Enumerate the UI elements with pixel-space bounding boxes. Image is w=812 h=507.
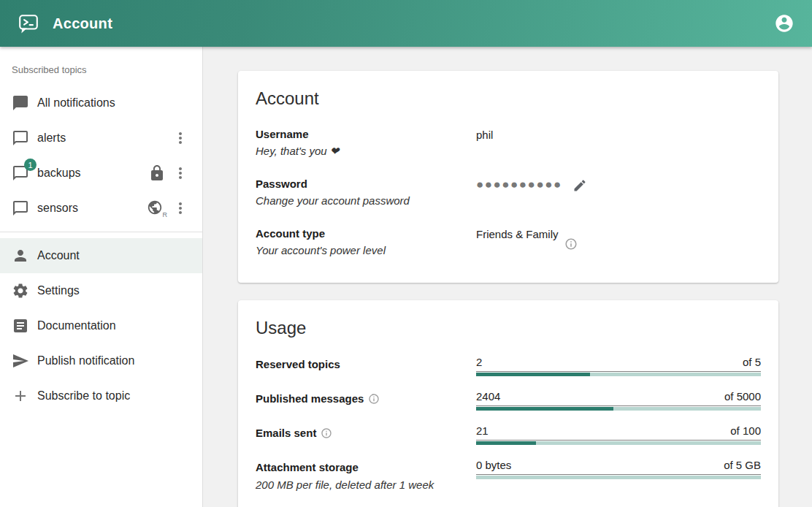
info-icon[interactable]	[321, 427, 332, 439]
more-vert-icon[interactable]	[172, 164, 189, 182]
nav-label: Settings	[37, 284, 80, 297]
reserved-marker: R	[163, 211, 168, 218]
sidebar: Subscribed topics All notifications aler…	[0, 47, 203, 507]
account-type-sublabel: Your account's power level	[256, 242, 476, 259]
plus-icon	[12, 387, 29, 405]
usage-limit: of 100	[730, 424, 761, 438]
subscribed-topics-label: Subscribed topics	[0, 64, 202, 85]
account-type-label: Account type	[256, 226, 476, 242]
published-messages-row: Published messages 2404 of 5000	[256, 390, 761, 411]
chat-bubble-outline-icon: 1	[12, 164, 29, 182]
person-icon	[12, 247, 29, 264]
topic-label: backups	[37, 167, 81, 180]
progress-bar	[476, 476, 761, 479]
usage-current: 21	[476, 424, 489, 438]
attachment-storage-sublabel: 200 MB per file, deleted after 1 week	[256, 476, 476, 494]
attachment-storage-label: Attachment storage	[256, 460, 476, 475]
sidebar-item-topic-backups[interactable]: 1 backups	[0, 156, 202, 191]
username-value: phil	[476, 126, 761, 160]
topic-label: alerts	[37, 131, 66, 145]
usage-limit: of 5	[743, 356, 761, 369]
chat-bubble-outline-icon	[12, 199, 29, 217]
article-icon	[12, 317, 29, 335]
usage-card: Usage Reserved topics 2 of 5	[238, 300, 778, 507]
sidebar-item-documentation[interactable]: Documentation	[0, 308, 202, 343]
progress-bar	[476, 441, 761, 445]
sidebar-item-settings[interactable]: Settings	[0, 273, 202, 308]
progress-bar	[476, 373, 761, 376]
topic-label: All notifications	[37, 96, 115, 110]
lock-icon	[148, 164, 166, 182]
published-messages-label: Published messages	[256, 392, 364, 406]
sidebar-item-publish-notification[interactable]: Publish notification	[0, 343, 202, 378]
reserved-topics-row: Reserved topics 2 of 5	[256, 356, 761, 376]
send-icon	[12, 352, 29, 370]
usage-limit: of 5000	[724, 390, 761, 403]
sidebar-item-topic-alerts[interactable]: alerts	[0, 121, 202, 156]
unread-count-badge: 1	[24, 159, 37, 171]
app-bar: Account	[0, 0, 812, 47]
password-label: Password	[256, 176, 476, 192]
sidebar-item-account[interactable]: Account	[0, 238, 202, 273]
chat-bubble-filled-icon	[12, 94, 29, 112]
password-row: Password Change your account password ●●…	[256, 176, 761, 210]
more-vert-icon[interactable]	[172, 199, 189, 217]
more-vert-icon[interactable]	[172, 129, 189, 147]
usage-current: 0 bytes	[476, 459, 511, 472]
gear-icon	[12, 282, 29, 300]
account-card-title: Account	[256, 88, 761, 109]
account-circle-icon[interactable]	[774, 13, 794, 34]
emails-sent-label: Emails sent	[256, 426, 316, 441]
sidebar-item-subscribe-to-topic[interactable]: Subscribe to topic	[0, 378, 202, 413]
nav-label: Documentation	[37, 319, 116, 332]
nav-label: Subscribe to topic	[37, 389, 130, 403]
edit-pencil-icon[interactable]	[572, 178, 587, 193]
ntfy-logo-icon	[18, 12, 39, 34]
account-type-row: Account type Your account's power level …	[256, 226, 761, 259]
progress-bar	[476, 407, 761, 411]
usage-limit: of 5 GB	[724, 459, 761, 472]
main-content: Account Username Hey, that's you ❤ phil …	[203, 47, 812, 507]
emails-sent-row: Emails sent 21 of 100	[256, 424, 761, 445]
nav-label: Publish notification	[37, 354, 134, 367]
reserved-topics-label: Reserved topics	[256, 357, 476, 372]
sidebar-divider	[0, 232, 202, 232]
usage-current: 2404	[476, 390, 500, 403]
username-row: Username Hey, that's you ❤ phil	[256, 126, 761, 160]
account-card: Account Username Hey, that's you ❤ phil …	[238, 71, 778, 283]
username-sublabel: Hey, that's you ❤	[256, 142, 476, 160]
info-icon[interactable]	[368, 393, 380, 405]
topic-label: sensors	[37, 202, 78, 215]
info-icon[interactable]	[564, 237, 578, 251]
username-label: Username	[256, 126, 476, 142]
account-type-value: Friends & Family	[476, 228, 559, 240]
nav-label: Account	[37, 249, 80, 262]
globe-reserved-icon: R	[147, 199, 166, 217]
password-masked-value: ●●●●●●●●●●	[476, 178, 562, 191]
attachment-storage-row: Attachment storage 200 MB per file, dele…	[256, 459, 761, 494]
page-title: Account	[53, 15, 112, 32]
usage-card-title: Usage	[256, 318, 761, 338]
sidebar-item-topic-sensors[interactable]: sensors R	[0, 191, 202, 226]
chat-bubble-outline-icon	[12, 129, 29, 147]
usage-current: 2	[476, 356, 482, 369]
sidebar-item-all-notifications[interactable]: All notifications	[0, 85, 202, 121]
password-sublabel: Change your account password	[256, 192, 476, 210]
